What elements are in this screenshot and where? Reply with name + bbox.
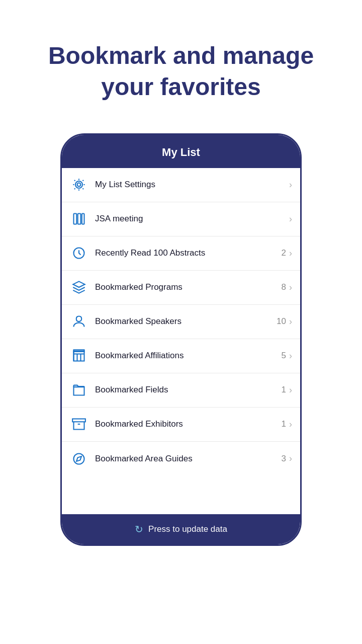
menu-label-recently-read: Recently Read 100 Abstracts (95, 248, 282, 258)
svg-rect-3 (78, 214, 81, 224)
svg-point-1 (75, 181, 82, 188)
menu-label-bookmarked-affiliations: Bookmarked Affiliations (95, 351, 282, 361)
menu-item-bookmarked-area-guides[interactable]: Bookmarked Area Guides3› (62, 442, 300, 476)
svg-rect-4 (82, 214, 84, 224)
refresh-icon: ↻ (135, 523, 143, 535)
menu-item-bookmarked-exhibitors[interactable]: Bookmarked Exhibitors1› (62, 408, 300, 442)
phone-header-title: My List (162, 146, 200, 158)
menu-count-bookmarked-area-guides: 3 (282, 454, 286, 464)
menu-count-bookmarked-exhibitors: 1 (282, 419, 286, 429)
books-icon (70, 210, 88, 228)
menu-label-settings: My List Settings (95, 180, 286, 190)
svg-marker-6 (73, 282, 84, 288)
menu-list: My List Settings›JSA meeting›Recently Re… (62, 168, 300, 514)
menu-label-jsa-meeting: JSA meeting (95, 214, 286, 224)
gear-icon (70, 176, 88, 194)
box-icon (70, 415, 88, 433)
update-bar[interactable]: ↻ Press to update data (62, 514, 300, 544)
menu-item-jsa-meeting[interactable]: JSA meeting› (62, 202, 300, 236)
folder-icon (70, 381, 88, 399)
chevron-icon-bookmarked-speakers: › (289, 316, 292, 327)
svg-rect-2 (74, 214, 77, 224)
chevron-icon-recently-read: › (289, 248, 292, 259)
menu-count-bookmarked-programs: 8 (282, 282, 286, 292)
menu-item-bookmarked-programs[interactable]: Bookmarked Programs8› (62, 271, 300, 305)
phone-mockup: My List My List Settings›JSA meeting›Rec… (60, 133, 302, 546)
building-icon (70, 347, 88, 365)
update-bar-text: Press to update data (148, 524, 227, 534)
menu-label-bookmarked-fields: Bookmarked Fields (95, 385, 282, 395)
menu-item-bookmarked-affiliations[interactable]: Bookmarked Affiliations5› (62, 339, 300, 373)
svg-point-15 (74, 453, 84, 464)
chevron-icon-bookmarked-affiliations: › (289, 351, 292, 361)
chevron-icon-bookmarked-programs: › (289, 282, 292, 293)
chevron-icon-bookmarked-area-guides: › (289, 453, 292, 464)
svg-point-0 (77, 183, 81, 187)
headline-line1: Bookmark and manage (48, 42, 314, 69)
clock-icon (70, 244, 88, 262)
chevron-icon-settings: › (289, 180, 292, 190)
menu-item-settings[interactable]: My List Settings› (62, 168, 300, 202)
chevron-icon-bookmarked-exhibitors: › (289, 419, 292, 430)
menu-item-recently-read[interactable]: Recently Read 100 Abstracts2› (62, 236, 300, 271)
headline: Bookmark and manage your favorites (18, 40, 344, 103)
person-icon (70, 312, 88, 331)
svg-marker-16 (76, 456, 81, 461)
chevron-icon-bookmarked-fields: › (289, 385, 292, 395)
menu-item-bookmarked-speakers[interactable]: Bookmarked Speakers10› (62, 305, 300, 339)
menu-item-bookmarked-fields[interactable]: Bookmarked Fields1› (62, 373, 300, 408)
svg-rect-7 (74, 351, 84, 361)
menu-count-bookmarked-affiliations: 5 (282, 351, 286, 361)
layers-icon (70, 278, 88, 296)
menu-label-bookmarked-programs: Bookmarked Programs (95, 282, 282, 292)
menu-label-bookmarked-area-guides: Bookmarked Area Guides (95, 454, 282, 464)
menu-count-bookmarked-fields: 1 (282, 385, 286, 395)
menu-count-bookmarked-speakers: 10 (277, 316, 286, 327)
menu-label-bookmarked-exhibitors: Bookmarked Exhibitors (95, 419, 282, 429)
chevron-icon-jsa-meeting: › (289, 214, 292, 224)
menu-label-bookmarked-speakers: Bookmarked Speakers (95, 316, 277, 327)
svg-rect-13 (72, 419, 85, 422)
phone-header: My List (62, 135, 300, 168)
compass-icon (70, 450, 88, 468)
phone-inner: My List My List Settings›JSA meeting›Rec… (62, 135, 300, 544)
menu-count-recently-read: 2 (282, 248, 286, 258)
headline-line2: your favorites (101, 73, 260, 100)
